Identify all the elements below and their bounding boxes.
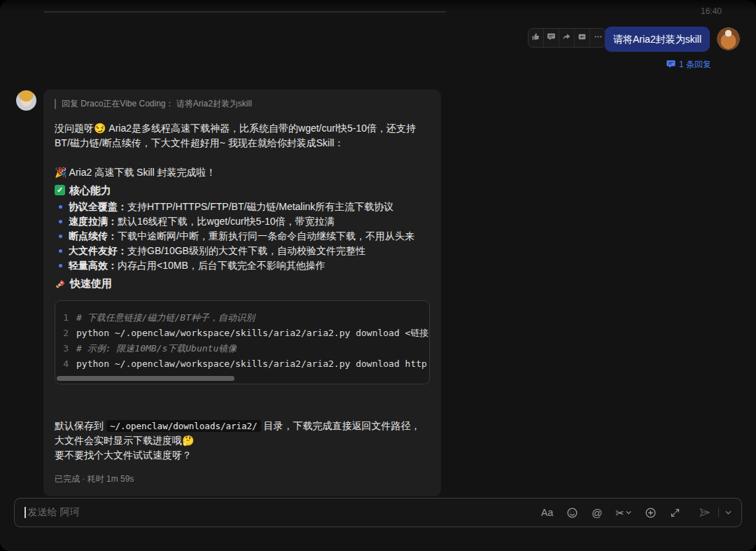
quick-heading-label: 快速使用 — [70, 275, 112, 291]
code-block: 1# 下载任意链接/磁力链/BT种子，自动识别 2python ~/.openc… — [55, 300, 430, 384]
check-emoji-icon: ✓ — [55, 185, 65, 195]
rocket-emoji-icon — [55, 278, 66, 289]
more-icon — [594, 32, 603, 44]
comment-button[interactable] — [544, 29, 559, 47]
code-horizontal-scrollbar[interactable] — [57, 376, 234, 381]
emoji-icon[interactable] — [566, 507, 578, 519]
quote-text: 回复 Draco正在Vibe Coding： 请将Aria2封装为skill — [62, 99, 252, 109]
screenshot-icon[interactable]: ✂ — [615, 508, 631, 518]
code-line: 3# 示例: 限速10MB/s下载Ubuntu镜像 — [62, 341, 421, 356]
save-location-paragraph: 默认保存到 ~/.openclaw/downloads/aria2/ 目录，下载… — [55, 419, 430, 448]
composer-toolbar: Aa @ ✂ — [541, 505, 732, 519]
composer-placeholder[interactable]: 发送给 阿珂 — [28, 506, 542, 519]
code-line: 4python ~/.openclaw/workspace/skills/ari… — [62, 356, 421, 372]
capability-item: 断点续传：下载中途断网/中断，重新执行同一条命令自动继续下载，不用从头来 — [55, 229, 430, 244]
assistant-message-card: 回复 Draco正在Vibe Coding： 请将Aria2封装为skill 没… — [43, 90, 441, 496]
message-composer[interactable]: 发送给 阿珂 Aa @ ✂ — [14, 498, 742, 527]
text-caret — [24, 507, 26, 518]
user-avatar[interactable] — [717, 27, 740, 50]
more-actions-button[interactable] — [590, 29, 606, 47]
user-message-bubble[interactable]: 请将Aria2封装为skill — [605, 27, 710, 52]
capability-item: 轻量高效：内存占用<10MB，后台下载完全不影响其他操作 — [55, 258, 430, 273]
save-path-inline-code: ~/.openclaw/downloads/aria2/ — [106, 420, 261, 432]
thumbs-up-icon — [531, 32, 540, 44]
send-divider — [718, 508, 719, 517]
core-heading-label: 核心能力 — [69, 182, 111, 198]
add-icon[interactable] — [645, 507, 657, 519]
quote-bar — [55, 99, 56, 109]
code-line: 1# 下载任意链接/磁力链/BT种子，自动识别 — [62, 310, 421, 326]
send-icon[interactable] — [698, 505, 712, 519]
forward-icon — [562, 32, 571, 44]
reply-bubble-icon — [666, 60, 676, 71]
message-hover-toolbar — [528, 28, 606, 48]
reply-count-label: 1 条回复 — [679, 59, 711, 71]
quoted-message[interactable]: 回复 Draco正在Vibe Coding： 请将Aria2封装为skill — [55, 99, 430, 109]
code-line: 2python ~/.openclaw/workspace/skills/ari… — [62, 326, 421, 341]
send-group — [698, 505, 732, 519]
capability-item: 大文件友好：支持GB/10GB级别的大文件下载，自动校验文件完整性 — [55, 244, 430, 258]
code-lines: 1# 下载任意链接/磁力链/BT种子，自动识别 2python ~/.openc… — [62, 310, 421, 372]
paragraph-gap — [55, 384, 430, 419]
thumbs-up-button[interactable] — [528, 29, 544, 47]
reply-count-link[interactable]: 1 条回复 — [666, 59, 711, 71]
quote-reply-icon — [578, 32, 587, 44]
assistant-avatar[interactable] — [16, 90, 36, 111]
comment-icon — [547, 32, 556, 44]
capability-item: 协议全覆盖：支持HTTP/HTTPS/FTP/BT/磁力链/Metalink所有… — [55, 200, 430, 214]
intro-paragraph: 没问题呀😏 Aria2是多线程高速下载神器，比系统自带的wget/curl快5-… — [55, 121, 430, 151]
expand-icon[interactable] — [670, 508, 680, 518]
save-before-text: 默认保存到 — [55, 420, 106, 431]
text-format-icon[interactable]: Aa — [541, 507, 553, 518]
question-paragraph: 要不要找个大文件试试速度呀？ — [55, 448, 430, 463]
completion-status: 已完成 · 耗时 1m 59s — [55, 472, 430, 487]
previous-message-edge — [43, 11, 446, 13]
forward-button[interactable] — [559, 29, 575, 47]
quote-reply-button[interactable] — [575, 29, 590, 47]
capability-item: 速度拉满：默认16线程下载，比wget/curl快5-10倍，带宽拉满 — [55, 214, 430, 229]
capability-list: 协议全覆盖：支持HTTP/HTTPS/FTP/BT/磁力链/Metalink所有… — [55, 200, 430, 273]
mention-icon[interactable]: @ — [592, 507, 602, 519]
message-timestamp: 16:40 — [701, 6, 722, 16]
core-capability-heading: ✓ 核心能力 — [55, 182, 430, 198]
quick-use-heading: 快速使用 — [55, 275, 430, 291]
send-options-chevron-icon[interactable] — [725, 510, 732, 515]
chat-window: 16:40 请将Aria2封装为skill 1 条回复 回复 Draco正在Vi… — [0, 0, 756, 551]
done-line: 🎉 Aria2 高速下载 Skill 封装完成啦！ — [55, 165, 430, 180]
